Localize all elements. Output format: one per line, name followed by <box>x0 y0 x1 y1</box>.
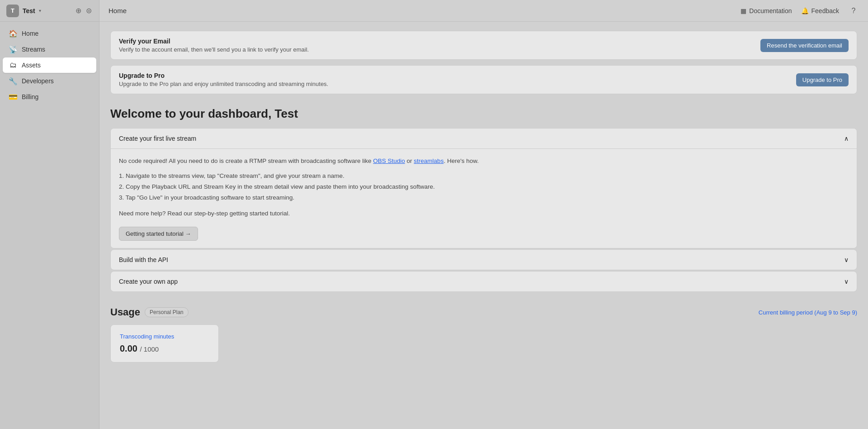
sidebar-item-label: Assets <box>22 62 41 69</box>
documentation-icon: ▦ <box>741 7 746 14</box>
plan-badge: Personal Plan <box>145 307 189 317</box>
documentation-label: Documentation <box>749 7 792 14</box>
usage-card-max: / 1000 <box>140 345 159 353</box>
alert-text: Upgrade to Pro Upgrade to the Pro plan a… <box>119 72 328 87</box>
main-content: Verify your Email Verify to the account … <box>99 22 868 429</box>
accordion-title: Create your first live stream <box>119 135 196 142</box>
sidebar-item-label: Home <box>22 30 38 37</box>
streams-icon: 📡 <box>9 45 17 53</box>
feedback-button[interactable]: 🔔 Feedback <box>801 7 839 14</box>
welcome-heading: Welcome to your dashboard, Test <box>110 107 857 121</box>
alert-banner-upgrade-pro: Upgrade to Pro Upgrade to the Pro plan a… <box>110 65 857 94</box>
step-item: 3. Tap "Go Live" in your broadcasting so… <box>119 192 849 203</box>
step-item: 1. Navigate to the streams view, tap "Cr… <box>119 171 849 181</box>
alert-banner-verify-email: Verify your Email Verify to the account … <box>110 31 857 60</box>
workspace-name: Test <box>23 7 35 14</box>
workspace-switcher[interactable]: T Test ▾ <box>6 5 41 17</box>
assets-icon: 🗂 <box>9 61 17 69</box>
toggle-button[interactable]: ⊜ <box>85 5 93 16</box>
sidebar-item-label: Billing <box>22 93 38 100</box>
chevron-up-icon <box>844 135 849 142</box>
usage-heading: Usage <box>110 306 140 318</box>
tutorial-button[interactable]: Getting started tutorial → <box>119 227 198 241</box>
accordion-title: Create your own app <box>119 278 178 285</box>
chevron-down-icon: ▾ <box>39 8 41 13</box>
accordion-header[interactable]: Create your own app <box>111 272 857 291</box>
alert-action-button[interactable]: Resend the verification email <box>760 39 849 52</box>
sidebar-item-assets[interactable]: 🗂Assets <box>3 57 96 73</box>
sidebar-header: T Test ▾ ⊕ ⊜ <box>0 0 99 22</box>
accordion-header[interactable]: Create your first live stream <box>111 129 857 148</box>
billing-icon: 💳 <box>9 93 17 101</box>
add-button[interactable]: ⊕ <box>75 5 82 16</box>
accordion-body: No code required! All you need to do is … <box>111 148 857 248</box>
step-item: 2. Copy the Playback URL and Stream Key … <box>119 181 849 192</box>
sidebar: T Test ▾ ⊕ ⊜ 🏠Home📡Streams🗂Assets🔧Develo… <box>0 0 99 429</box>
page-title: Home <box>108 7 127 14</box>
feedback-label: Feedback <box>811 7 839 14</box>
sidebar-item-developers[interactable]: 🔧Developers <box>3 73 96 89</box>
developers-icon: 🔧 <box>9 77 17 85</box>
accordion-header[interactable]: Build with the API <box>111 250 857 270</box>
topbar: Home ▦ Documentation 🔔 Feedback ? <box>99 0 868 22</box>
sidebar-nav: 🏠Home📡Streams🗂Assets🔧Developers💳Billing <box>0 22 99 429</box>
help-text: Need more help? Read our step-by-step ge… <box>119 209 849 219</box>
sidebar-item-label: Streams <box>22 46 45 53</box>
home-icon: 🏠 <box>9 29 17 38</box>
alert-title: Verify your Email <box>119 38 309 45</box>
usage-cards: Transcoding minutes 0.00 / 1000 <box>110 324 857 362</box>
feedback-icon: 🔔 <box>801 7 809 14</box>
steps-list: 1. Navigate to the streams view, tap "Cr… <box>119 171 849 204</box>
streamlabs-link[interactable]: streamlabs <box>414 157 443 164</box>
alert-text: Verify your Email Verify to the account … <box>119 38 309 53</box>
sidebar-item-label: Developers <box>22 77 54 85</box>
sidebar-actions: ⊕ ⊜ <box>75 5 93 16</box>
alerts-container: Verify your Email Verify to the account … <box>110 31 857 94</box>
avatar: T <box>6 5 19 17</box>
alert-description: Verify to the account email, then we'll … <box>119 46 309 53</box>
alert-description: Upgrade to the Pro plan and enjoy unlimi… <box>119 81 328 87</box>
accordion-intro: No code required! All you need to do is … <box>119 156 849 166</box>
accordion-build-api: Build with the API <box>110 249 857 270</box>
sidebar-item-streams[interactable]: 📡Streams <box>3 42 96 57</box>
sidebar-item-home[interactable]: 🏠Home <box>3 26 96 41</box>
usage-card: Transcoding minutes 0.00 / 1000 <box>110 324 219 362</box>
documentation-button[interactable]: ▦ Documentation <box>741 7 792 14</box>
accordion-container: Create your first live stream No code re… <box>110 128 857 292</box>
billing-period-link[interactable]: Current billing period (Aug 9 to Sep 9) <box>759 309 857 316</box>
alert-title: Upgrade to Pro <box>119 72 328 79</box>
accordion-create-stream: Create your first live stream No code re… <box>110 128 857 248</box>
accordion-create-app: Create your own app <box>110 271 857 292</box>
help-button[interactable]: ? <box>848 5 859 16</box>
usage-card-value: 0.00 / 1000 <box>120 343 209 354</box>
usage-header: Usage Personal Plan Current billing peri… <box>110 306 857 318</box>
accordion-title: Build with the API <box>119 256 168 263</box>
usage-title-row: Usage Personal Plan <box>110 306 189 318</box>
chevron-down-icon <box>844 256 849 263</box>
usage-card-label: Transcoding minutes <box>120 333 209 340</box>
sidebar-item-billing[interactable]: 💳Billing <box>3 89 96 105</box>
topbar-right: ▦ Documentation 🔔 Feedback ? <box>741 5 859 16</box>
obs-link[interactable]: OBS Studio <box>373 157 405 164</box>
alert-action-button[interactable]: Upgrade to Pro <box>796 73 849 86</box>
chevron-down-icon <box>844 278 849 285</box>
